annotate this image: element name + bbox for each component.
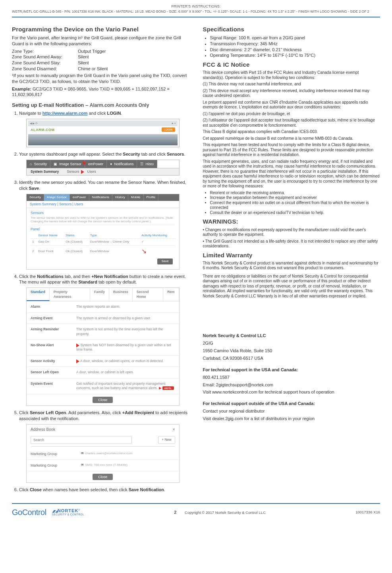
body-text: • The Grill Guard is not intended as a l… xyxy=(203,239,380,249)
col-header: Status xyxy=(64,233,89,239)
zone-row-key: Zone Sound Armed Stay: xyxy=(12,60,75,66)
new-button[interactable]: + New xyxy=(158,436,175,444)
subtab-summary[interactable]: System Summary xyxy=(27,168,63,175)
company-line: Carlsbad, CA 92008-6517 USA xyxy=(203,355,380,361)
addr-entry[interactable]: Marketing Group SMS: 760-xxx-xxxx (T-Mob… xyxy=(27,460,179,471)
body-text: (1) l'appareil ne doit pas produire de b… xyxy=(203,112,380,117)
company-line: 1950 Camino Vida Roble, Suite 150 xyxy=(203,348,380,354)
table-row: 1Gas OnOk (Closed)Door/Window – Chime On… xyxy=(31,239,175,246)
tab[interactable]: Property Awareness xyxy=(50,288,90,301)
tab-security[interactable]: Security xyxy=(27,160,50,168)
home-icon xyxy=(30,162,33,166)
notif-row[interactable]: Sensor Left OpenA door, window, or cabin… xyxy=(27,367,179,378)
close-button[interactable]: Close xyxy=(93,474,113,480)
col-header: Activity Monitoring xyxy=(140,233,175,239)
body-text: This equipment has been tested and found… xyxy=(203,143,380,158)
tab[interactable]: Security xyxy=(27,194,44,201)
red-arrow-icon xyxy=(82,162,86,166)
list-item: Reorient or relocate the receiving anten… xyxy=(210,191,380,196)
notif-row[interactable]: AlarmThe system reports an alarm. xyxy=(27,301,179,313)
zone-row-val: Silent xyxy=(78,54,89,60)
support-line: Contact your regional distributor xyxy=(203,408,380,414)
list-item: Signal Range: 100 ft. open-air from a 2G… xyxy=(210,35,380,41)
tab[interactable]: Mobile xyxy=(128,194,144,201)
heading-specs: Specifications xyxy=(203,25,380,33)
body-text: This Class B digital apparatus complies … xyxy=(203,129,380,135)
tab-history[interactable]: Histo xyxy=(137,160,157,168)
copyright: Copyright © 2017 Nortek Security & Contr… xyxy=(185,510,266,515)
tab[interactable]: Second Home xyxy=(133,288,163,301)
panel-header: Address Book × xyxy=(27,424,179,435)
addr-entry[interactable]: Marketing Group charles.owen@nortekcontr… xyxy=(27,448,179,460)
list-icon xyxy=(140,162,144,166)
tab[interactable]: Profile xyxy=(144,194,159,201)
body-text: This device complies with Part 15 of the… xyxy=(203,70,380,80)
gocontrol-logo: GoControl xyxy=(12,507,46,518)
notif-row[interactable]: Arming EventThe system is armed or disar… xyxy=(27,313,179,324)
notif-row[interactable]: No-Show Alert System has NOT been disarm… xyxy=(27,340,179,356)
step-5: Click Sensor Left Open. Add parameters. … xyxy=(19,410,189,483)
company-name: Nortek Security & Control LLC xyxy=(203,333,380,339)
figure-tabs: Security Image Sensor emPower Notificati… xyxy=(26,160,180,168)
alarm-header: ALARM.COM LOGIN xyxy=(28,126,178,133)
panel-tabbar: Security Image Sensor emPower Notificati… xyxy=(27,194,179,201)
alarm-link[interactable]: http://www.alarm.com xyxy=(42,111,88,116)
col-header: Sensor Name xyxy=(37,233,64,239)
step-2: Your systems dashboard page will appear.… xyxy=(19,151,189,176)
zone-row-val: Silent xyxy=(78,60,89,66)
list-item: Transmission Frequency: 345 MHz xyxy=(210,41,380,47)
panel-note: The sensor names below are used to refer… xyxy=(31,216,175,225)
step-6: Click Close when names have been selecte… xyxy=(19,487,189,493)
red-arrow-icon xyxy=(76,343,79,347)
tab-notifications[interactable]: Notifications xyxy=(107,160,137,168)
body-text: (2) l'utilisateur de l'appareil doit acc… xyxy=(203,118,380,128)
tab[interactable]: Notifications xyxy=(89,194,113,201)
body-text: (2) This device must accept any interfer… xyxy=(203,89,380,98)
tab[interactable]: Family xyxy=(90,288,109,301)
figure-address-book: Address Book × + New Marketing Group cha… xyxy=(26,424,180,483)
list-item: Increase the separation between the equi… xyxy=(210,195,380,201)
col-header: Type xyxy=(89,233,140,239)
body-text: Le présent appareil est conforme aux CNR… xyxy=(203,100,380,110)
alarm-logo: ALARM.COM xyxy=(31,127,55,132)
notif-row[interactable]: Arming ReminderThe system is not armed b… xyxy=(27,324,179,340)
notif-row[interactable]: System EventGet notified of important se… xyxy=(27,378,179,394)
printer-header-line1: PRINTER'S INSTRUCTIONS: xyxy=(12,4,380,9)
part-number: 10017336 X16 xyxy=(355,510,380,515)
search-row: + New xyxy=(31,436,175,446)
panel-label: Panel xyxy=(31,227,175,232)
tab[interactable]: Image Sensor xyxy=(44,194,70,201)
panel-subnav: System Summary | Sensors | Users xyxy=(27,201,179,208)
top-divider xyxy=(12,17,380,17)
tab-image-sensor[interactable]: Image Sensor xyxy=(50,160,85,168)
steps-list: Navigate to http://www.alarm.com and cli… xyxy=(12,110,189,493)
subtab-users[interactable]: Users xyxy=(83,168,100,175)
body-text: This Nortek Security & Control product i… xyxy=(203,261,380,271)
close-icon[interactable]: × xyxy=(173,427,175,432)
footer: GoControl ◢◤◢ NORTEK® SECURITY & CONTROL… xyxy=(12,503,380,518)
tab[interactable]: emPower xyxy=(70,194,89,201)
tab[interactable]: History xyxy=(112,194,128,201)
notif-row[interactable]: Sensor Activity A door, window, or cabin… xyxy=(27,356,179,367)
printer-header-line2: INSTR,INSTL GC-GRILL1-B-345 - P/N: 10017… xyxy=(12,10,380,14)
red-arrow-icon xyxy=(81,170,84,174)
figure-login: ◀ ▶ ⟳★ ≡ ALARM.COM LOGIN xyxy=(26,119,180,147)
body-text: This equipment generates, uses, and can … xyxy=(203,159,380,189)
save-button[interactable]: Save xyxy=(157,259,172,264)
heading-warranty: Limited Warranty xyxy=(203,251,380,259)
tab[interactable]: Business xyxy=(109,288,133,301)
tab-standard[interactable]: Standard xyxy=(27,288,50,301)
search-input[interactable] xyxy=(31,436,132,444)
close-button-wrap: Close xyxy=(27,394,179,405)
content-columns: Programming the Device on the Vario Pane… xyxy=(12,23,380,497)
login-button[interactable]: LOGIN xyxy=(162,127,175,132)
tab-empower[interactable]: emPower xyxy=(85,160,107,168)
tab[interactable]: Rem xyxy=(163,288,179,301)
alerts-badge: alerts. xyxy=(162,386,174,390)
subtab-sensors[interactable]: Sensors xyxy=(63,168,83,175)
heading-fcc: FCC & IC Notice xyxy=(203,61,380,69)
hero-image-strip xyxy=(28,134,178,145)
figure-sensors-panel: Security Image Sensor emPower Notificati… xyxy=(26,194,180,270)
close-button[interactable]: Close xyxy=(93,397,113,403)
support-heading: For technical support in the USA and Can… xyxy=(203,367,380,373)
